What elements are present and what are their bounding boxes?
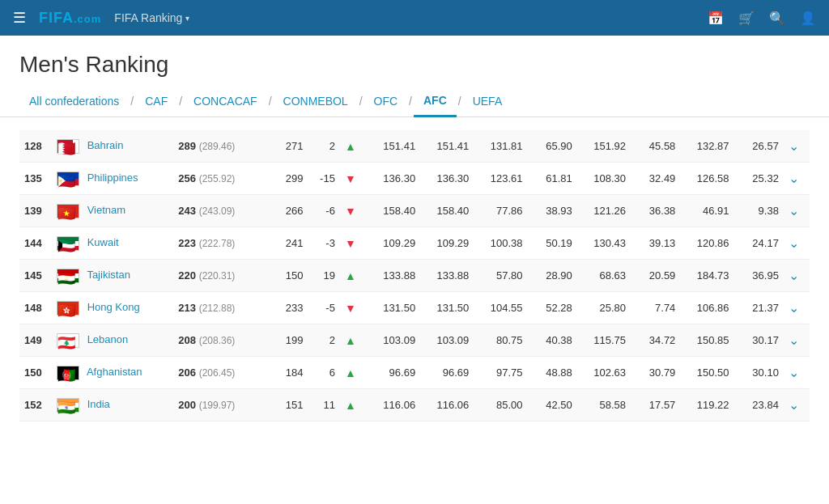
rank-cell: 139 bbox=[19, 195, 52, 227]
country-name[interactable]: Tajikistan bbox=[87, 269, 130, 281]
c2-cell: 133.88 bbox=[420, 260, 474, 292]
flag-country-cell: 🇻🇳 Vietnam bbox=[52, 195, 173, 227]
expand-cell[interactable]: ⌄ bbox=[784, 292, 810, 324]
c8-cell: 36.95 bbox=[734, 260, 784, 292]
change-cell: -3 bbox=[308, 227, 340, 260]
expand-icon[interactable]: ⌄ bbox=[789, 204, 799, 218]
flag-icon: 🇮🇳 bbox=[57, 398, 79, 413]
flag-country-cell: 🇭🇰 Hong Kong bbox=[52, 292, 173, 324]
country-name[interactable]: Philippines bbox=[87, 172, 138, 184]
c6-cell: 39.13 bbox=[631, 227, 680, 260]
expand-icon[interactable]: ⌄ bbox=[789, 398, 799, 412]
cart-icon[interactable]: 🛒 bbox=[738, 11, 755, 26]
user-icon[interactable]: 👤 bbox=[800, 11, 816, 26]
country-name[interactable]: Afghanistan bbox=[87, 366, 142, 378]
country-name[interactable]: Kuwait bbox=[87, 236, 119, 248]
change-cell: 11 bbox=[308, 389, 340, 421]
c3-cell: 80.75 bbox=[474, 324, 527, 357]
c8-cell: 9.38 bbox=[734, 195, 784, 227]
c4-cell: 52.28 bbox=[527, 292, 576, 324]
points-cell: 256 (255.92) bbox=[173, 163, 258, 195]
page-title: Men's Ranking bbox=[0, 36, 829, 86]
c7-cell: 120.86 bbox=[680, 227, 733, 260]
site-logo[interactable]: FIFA.com bbox=[39, 10, 101, 27]
c2-cell: 96.69 bbox=[420, 357, 474, 389]
flag-icon: 🇭🇰 bbox=[57, 301, 79, 316]
flag-icon: 🇦🇫 bbox=[57, 366, 79, 380]
chevron-down-icon: ▾ bbox=[185, 14, 189, 23]
tab-concacaf[interactable]: CONCACAF bbox=[184, 87, 267, 116]
country-name[interactable]: Bahrain bbox=[87, 139, 124, 151]
rank-cell: 148 bbox=[19, 292, 52, 324]
c6-cell: 34.72 bbox=[631, 324, 680, 357]
prev-points-cell: 271 bbox=[258, 130, 308, 163]
expand-cell[interactable]: ⌄ bbox=[784, 260, 810, 292]
expand-cell[interactable]: ⌄ bbox=[784, 389, 810, 421]
change-cell: 19 bbox=[308, 260, 340, 292]
tab-uefa[interactable]: UEFA bbox=[463, 87, 512, 116]
c2-cell: 151.41 bbox=[420, 130, 474, 163]
rank-cell: 128 bbox=[19, 130, 52, 163]
flag-icon: 🇧🇭 bbox=[57, 139, 79, 154]
search-icon[interactable]: 🔍 bbox=[769, 11, 785, 26]
c2-cell: 131.50 bbox=[420, 292, 474, 324]
c8-cell: 23.84 bbox=[734, 389, 784, 421]
expand-icon[interactable]: ⌄ bbox=[789, 366, 799, 379]
c5-cell: 130.43 bbox=[577, 227, 631, 260]
tab-all[interactable]: All confederations bbox=[19, 87, 129, 116]
header: ☰ FIFA.com FIFA Ranking ▾ 📅 🛒 🔍 👤 bbox=[0, 0, 829, 36]
expand-cell[interactable]: ⌄ bbox=[784, 195, 810, 227]
c1-cell: 116.06 bbox=[367, 389, 420, 421]
table-row: 139 🇻🇳 Vietnam 243 (243.09) 266 -6 ▼ 158… bbox=[19, 195, 810, 227]
expand-icon[interactable]: ⌄ bbox=[789, 172, 799, 185]
c7-cell: 126.58 bbox=[680, 163, 733, 195]
expand-cell[interactable]: ⌄ bbox=[784, 227, 810, 260]
c7-cell: 106.86 bbox=[680, 292, 733, 324]
c8-cell: 30.17 bbox=[734, 324, 784, 357]
points-cell: 289 (289.46) bbox=[173, 130, 258, 163]
prev-points-cell: 266 bbox=[258, 195, 308, 227]
table-row: 150 🇦🇫 Afghanistan 206 (206.45) 184 6 ▲ … bbox=[19, 357, 810, 389]
table-row: 148 🇭🇰 Hong Kong 213 (212.88) 233 -5 ▼ 1… bbox=[19, 292, 810, 324]
trend-cell: ▼ bbox=[340, 227, 367, 260]
expand-icon[interactable]: ⌄ bbox=[789, 236, 799, 250]
trend-down-icon: ▼ bbox=[345, 302, 356, 315]
c3-cell: 123.61 bbox=[474, 163, 527, 195]
c6-cell: 17.57 bbox=[631, 389, 680, 421]
country-name[interactable]: Hong Kong bbox=[87, 301, 140, 313]
expand-cell[interactable]: ⌄ bbox=[784, 130, 810, 163]
tab-conmebol[interactable]: CONMEBOL bbox=[274, 87, 358, 116]
country-name[interactable]: India bbox=[87, 398, 110, 410]
points-cell: 243 (243.09) bbox=[173, 195, 258, 227]
c5-cell: 115.75 bbox=[577, 324, 631, 357]
c8-cell: 24.17 bbox=[734, 227, 784, 260]
flag-icon: 🇵🇭 bbox=[57, 172, 79, 186]
tab-ofc[interactable]: OFC bbox=[364, 87, 408, 116]
change-cell: 6 bbox=[308, 357, 340, 389]
nav-fifa-ranking[interactable]: FIFA Ranking ▾ bbox=[114, 11, 189, 24]
expand-icon[interactable]: ⌄ bbox=[789, 333, 799, 347]
flag-icon: 🇱🇧 bbox=[57, 333, 79, 348]
points-cell: 223 (222.78) bbox=[173, 227, 258, 260]
trend-cell: ▼ bbox=[340, 195, 367, 227]
c5-cell: 151.92 bbox=[577, 130, 631, 163]
c1-cell: 96.69 bbox=[367, 357, 420, 389]
expand-icon[interactable]: ⌄ bbox=[789, 139, 799, 153]
expand-icon[interactable]: ⌄ bbox=[789, 301, 799, 315]
country-name[interactable]: Vietnam bbox=[87, 204, 125, 216]
expand-cell[interactable]: ⌄ bbox=[784, 163, 810, 195]
expand-icon[interactable]: ⌄ bbox=[789, 269, 799, 282]
trend-cell: ▼ bbox=[340, 163, 367, 195]
tab-caf[interactable]: CAF bbox=[135, 87, 177, 116]
c4-cell: 38.93 bbox=[527, 195, 576, 227]
calendar-icon[interactable]: 📅 bbox=[708, 11, 724, 26]
country-name[interactable]: Lebanon bbox=[87, 333, 129, 345]
expand-cell[interactable]: ⌄ bbox=[784, 324, 810, 357]
menu-icon[interactable]: ☰ bbox=[13, 9, 26, 27]
expand-cell[interactable]: ⌄ bbox=[784, 357, 810, 389]
points-cell: 220 (220.31) bbox=[173, 260, 258, 292]
table-row: 149 🇱🇧 Lebanon 208 (208.36) 199 2 ▲ 103.… bbox=[19, 324, 810, 357]
c7-cell: 132.87 bbox=[680, 130, 733, 163]
tab-afc[interactable]: AFC bbox=[414, 86, 457, 117]
c1-cell: 158.40 bbox=[367, 195, 420, 227]
